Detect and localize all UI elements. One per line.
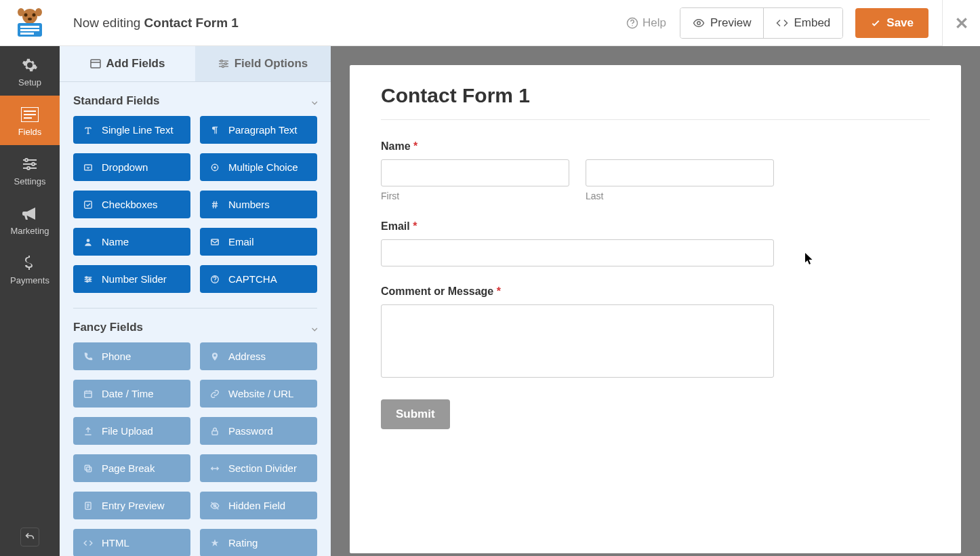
svg-point-2 [33, 13, 36, 16]
top-bar: Now editing Contact Form 1 Help Preview … [0, 0, 942, 46]
app-logo [0, 8, 60, 38]
last-name-input[interactable] [586, 159, 774, 186]
rail-item-setup[interactable]: Setup [0, 46, 60, 96]
svg-rect-20 [91, 60, 100, 68]
svg-point-18 [32, 163, 35, 165]
svg-point-26 [213, 166, 216, 169]
wpforms-logo-icon [11, 8, 49, 38]
field-chip-html[interactable]: HTML [73, 529, 190, 556]
section-header[interactable]: Standard Fields⌵ [73, 82, 317, 116]
help-text: Help [642, 16, 666, 30]
rail-item-settings[interactable]: Settings [0, 145, 60, 195]
field-chip-numbers[interactable]: Numbers [200, 191, 317, 218]
copy-icon [83, 463, 94, 474]
svg-point-34 [214, 281, 215, 281]
email-input[interactable] [381, 239, 774, 266]
svg-point-17 [25, 159, 28, 161]
text-icon [83, 125, 94, 136]
field-chip-multiple-choice[interactable]: Multiple Choice [200, 153, 317, 181]
code-icon [776, 17, 788, 29]
field-chip-section-divider[interactable]: Section Divider [200, 454, 317, 482]
close-icon [955, 16, 968, 30]
field-chip-paragraph-text[interactable]: Paragraph Text [200, 116, 317, 144]
close-button[interactable] [942, 0, 980, 46]
svg-rect-15 [24, 114, 36, 115]
chevron-down-icon: ⌵ [312, 322, 317, 333]
sliders-icon [0, 156, 60, 172]
field-chip-captcha[interactable]: CAPTCHA [200, 265, 317, 293]
field-chip-file-upload[interactable]: File Upload [73, 417, 190, 445]
svg-rect-29 [211, 239, 219, 244]
field-chip-number-slider[interactable]: Number Slider [73, 265, 190, 293]
svg-point-12 [697, 21, 701, 24]
undo-icon [24, 532, 35, 542]
svg-point-0 [22, 9, 37, 24]
field-chip-dropdown[interactable]: Dropdown [73, 153, 190, 181]
field-chip-single-line-text[interactable]: Single Line Text [73, 116, 190, 144]
svg-point-5 [35, 8, 42, 16]
field-chip-page-break[interactable]: Page Break [73, 454, 190, 482]
question-icon [209, 274, 220, 285]
svg-point-19 [27, 167, 30, 170]
svg-rect-37 [85, 465, 89, 470]
paragraph-icon [209, 125, 220, 136]
field-chip-email[interactable]: Email [200, 228, 317, 256]
help-icon [626, 17, 638, 29]
embed-button[interactable]: Embed [763, 8, 842, 38]
form-title[interactable]: Contact Form 1 [381, 84, 930, 107]
calendar-icon [83, 389, 94, 399]
form-preview-card: Contact Form 1 Name * First Last Email *… [350, 65, 961, 553]
link-icon [209, 389, 220, 399]
tab-add-fields[interactable]: Add Fields [60, 46, 195, 81]
svg-rect-9 [20, 33, 34, 35]
field-chip-entry-preview[interactable]: Entry Preview [73, 492, 190, 519]
divider [381, 119, 930, 120]
pin-icon [209, 351, 220, 362]
comment-textarea[interactable] [381, 304, 774, 378]
star-icon [209, 538, 220, 549]
section-header[interactable]: Fancy Fields⌵ [73, 309, 317, 342]
svg-rect-24 [85, 164, 92, 170]
tab-field-options[interactable]: Field Options [195, 46, 331, 81]
field-chip-password[interactable]: Password [200, 417, 317, 445]
svg-point-11 [632, 25, 633, 26]
submit-button[interactable]: Submit [381, 399, 450, 429]
field-comment[interactable]: Comment or Message * [381, 285, 774, 380]
field-chip-phone[interactable]: Phone [73, 342, 190, 370]
field-email[interactable]: Email * [381, 220, 774, 266]
eye-off-icon [209, 500, 220, 511]
field-chip-address[interactable]: Address [200, 342, 317, 370]
gear-icon [0, 57, 60, 73]
lock-icon [209, 426, 220, 437]
first-name-input[interactable] [381, 159, 569, 186]
rail-item-fields[interactable]: Fields [0, 96, 60, 145]
svg-point-30 [86, 276, 87, 277]
editing-label: Now editing Contact Form 1 [73, 16, 626, 31]
rail-item-payments[interactable]: Payments [0, 244, 60, 294]
svg-rect-16 [24, 117, 32, 119]
field-chip-hidden-field[interactable]: Hidden Field [200, 492, 317, 519]
field-chip-rating[interactable]: Rating [200, 529, 317, 556]
field-chip-website-url[interactable]: Website / URL [200, 380, 317, 408]
mail-icon [209, 237, 220, 247]
preview-button[interactable]: Preview [680, 8, 763, 38]
field-chip-date-time[interactable]: Date / Time [73, 380, 190, 408]
user-icon [83, 237, 94, 247]
comment-label: Comment or Message * [381, 285, 774, 298]
save-button[interactable]: Save [855, 8, 928, 38]
svg-point-22 [224, 63, 226, 65]
rail-item-marketing[interactable]: Marketing [0, 195, 60, 244]
dot-icon [209, 162, 220, 173]
field-chip-name[interactable]: Name [73, 228, 190, 256]
undo-button[interactable] [20, 528, 39, 547]
field-chip-checkboxes[interactable]: Checkboxes [73, 191, 190, 218]
help-link[interactable]: Help [626, 16, 666, 30]
svg-point-3 [28, 18, 32, 20]
svg-rect-36 [212, 431, 218, 435]
svg-rect-27 [85, 201, 92, 208]
email-label: Email * [381, 220, 774, 233]
svg-point-1 [24, 13, 28, 16]
svg-rect-35 [85, 391, 92, 397]
field-name[interactable]: Name * First Last [381, 140, 774, 201]
doc-icon [83, 500, 94, 511]
